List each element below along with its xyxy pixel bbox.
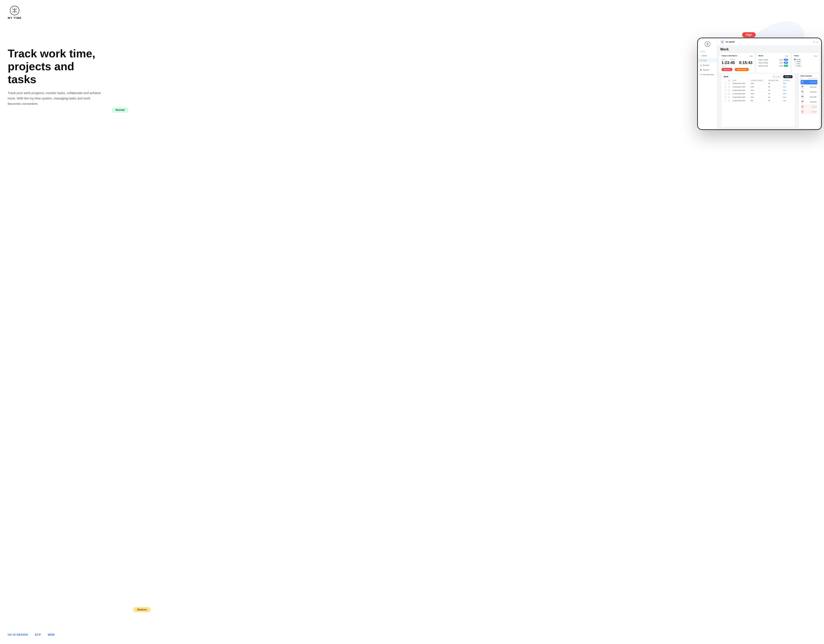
logo-area: MY TIME <box>8 6 22 20</box>
left-content: Track work time, projects and tasks Trac… <box>8 47 102 107</box>
sub-text: Track your work progress, monitor tasks,… <box>8 90 102 106</box>
logo-text: MY TIME <box>8 16 22 20</box>
logo-icon <box>10 6 20 15</box>
badge-normal: Normal <box>112 107 128 113</box>
main-heading: Track work time, projects and tasks <box>8 47 102 86</box>
